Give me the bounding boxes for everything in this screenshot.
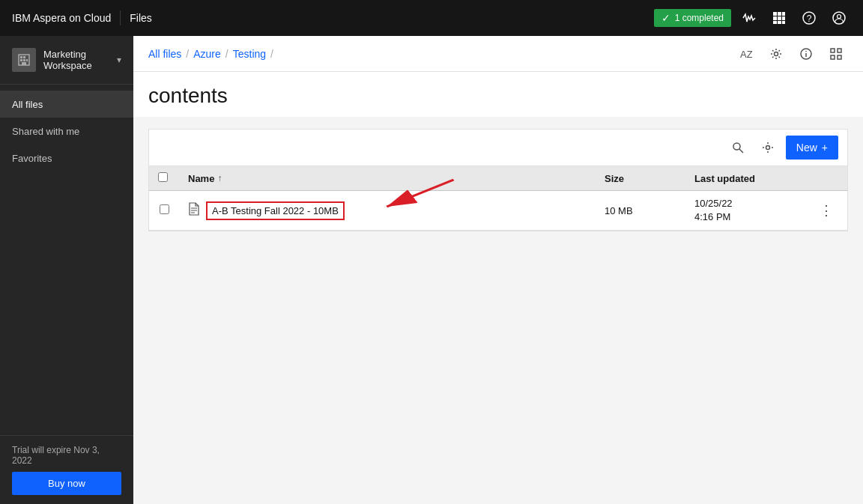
svg-text:?: ? <box>807 13 812 24</box>
svg-rect-6 <box>773 21 777 24</box>
breadcrumb-sep-2: / <box>225 48 228 60</box>
completed-label: 1 completed <box>675 13 724 23</box>
breadcrumb-all-files[interactable]: All files <box>148 48 181 60</box>
user-button[interactable] <box>827 6 851 30</box>
filter-button[interactable] <box>756 136 780 160</box>
waveform-icon <box>742 11 756 25</box>
workspace-icon <box>12 48 36 72</box>
breadcrumb-azure[interactable]: Azure <box>193 48 221 60</box>
svg-rect-8 <box>782 21 785 24</box>
topbar-section: Files <box>130 12 152 24</box>
topbar-left: IBM Aspera on Cloud Files <box>12 10 152 25</box>
table-body: A-B Testing Fall 2022 - 10MB 10 MB 10/25… <box>149 191 847 231</box>
name-column-header[interactable]: Name ↑ <box>179 166 596 191</box>
main-content: All files / Azure / Testing / AZ <box>133 36 863 504</box>
sidebar-item-all-files-label: All files <box>12 99 43 110</box>
new-button[interactable]: New + <box>786 136 838 160</box>
svg-point-21 <box>775 52 778 55</box>
view-toggle-btn[interactable] <box>824 42 848 66</box>
file-table: Name ↑ Size Last updated <box>149 166 847 231</box>
select-all-checkbox[interactable] <box>158 172 168 182</box>
sidebar-item-shared-with-me[interactable]: Shared with me <box>0 118 133 145</box>
sidebar-footer: Trial will expire Nov 3, 2022 Buy now <box>0 435 133 504</box>
help-icon: ? <box>802 11 816 25</box>
file-panel: New + <box>148 129 848 231</box>
breadcrumb-toolbar: AZ <box>734 42 848 66</box>
svg-rect-4 <box>778 16 781 20</box>
svg-rect-5 <box>782 16 785 20</box>
more-actions-button[interactable]: ⋮ <box>814 198 838 222</box>
building-icon <box>17 53 31 67</box>
sidebar-item-all-files[interactable]: All files <box>0 91 133 118</box>
apps-button[interactable] <box>767 6 791 30</box>
sort-icon-btn[interactable]: AZ <box>734 42 758 66</box>
search-button[interactable] <box>726 136 750 160</box>
breadcrumb-bar: All files / Azure / Testing / AZ <box>133 36 863 72</box>
view-icon <box>830 48 842 60</box>
svg-rect-7 <box>778 21 781 24</box>
row-size-cell: 10 MB <box>596 191 685 231</box>
app-brand: IBM Aspera on Cloud <box>12 12 111 24</box>
document-icon <box>188 202 200 216</box>
svg-text:AZ: AZ <box>740 49 752 60</box>
sidebar-item-shared-label: Shared with me <box>12 126 79 137</box>
svg-rect-16 <box>26 59 28 61</box>
svg-rect-26 <box>838 49 841 52</box>
svg-rect-18 <box>23 56 25 58</box>
settings-icon-btn[interactable] <box>764 42 788 66</box>
waveform-button[interactable] <box>737 6 761 30</box>
table-row: A-B Testing Fall 2022 - 10MB 10 MB 10/25… <box>149 191 847 231</box>
breadcrumb: All files / Azure / Testing / <box>148 48 273 60</box>
file-icon <box>188 202 200 219</box>
svg-point-29 <box>733 143 740 150</box>
svg-point-12 <box>838 15 841 19</box>
help-button[interactable]: ? <box>797 6 821 30</box>
svg-line-30 <box>739 149 743 153</box>
workspace-name: Marketing Workspace <box>43 49 109 71</box>
workspace-selector[interactable]: Marketing Workspace ▾ <box>0 36 133 85</box>
row-name-cell: A-B Testing Fall 2022 - 10MB <box>179 191 596 231</box>
row-checkbox[interactable] <box>160 204 169 214</box>
info-icon-btn[interactable] <box>794 42 818 66</box>
apps-icon <box>772 11 786 25</box>
svg-rect-17 <box>20 56 22 58</box>
sidebar: Marketing Workspace ▾ All files Shared w… <box>0 36 133 504</box>
content-area: New + <box>133 117 863 504</box>
user-icon <box>832 11 846 25</box>
settings-icon <box>770 48 782 60</box>
size-column-header[interactable]: Size <box>596 166 685 191</box>
completed-badge[interactable]: ✓ 1 completed <box>654 9 731 27</box>
row-checkbox-cell <box>149 191 179 231</box>
row-actions-cell: ⋮ <box>805 191 847 231</box>
file-name-highlighted[interactable]: A-B Testing Fall 2022 - 10MB <box>206 201 345 220</box>
sort-asc-icon: ↑ <box>217 173 222 183</box>
layout: Marketing Workspace ▾ All files Shared w… <box>0 36 863 504</box>
actions-column-header <box>805 166 847 191</box>
table-header: Name ↑ Size Last updated <box>149 166 847 191</box>
breadcrumb-sep-3: / <box>270 48 273 60</box>
time-line: 4:16 PM <box>694 210 796 224</box>
file-name-cell: A-B Testing Fall 2022 - 10MB <box>188 201 587 220</box>
select-all-header <box>149 166 179 191</box>
svg-rect-25 <box>831 49 835 52</box>
topbar-divider <box>120 10 121 25</box>
date-cell: 10/25/22 4:16 PM <box>694 197 796 224</box>
sort-icon: AZ <box>740 48 752 60</box>
svg-point-31 <box>766 146 769 150</box>
page-header: contents <box>133 72 863 117</box>
filter-icon <box>762 142 774 154</box>
file-toolbar: New + <box>149 130 847 166</box>
new-label: New <box>796 142 817 154</box>
table-wrapper: Name ↑ Size Last updated <box>149 166 847 231</box>
buy-now-button[interactable]: Buy now <box>12 472 121 495</box>
check-icon: ✓ <box>661 12 670 24</box>
svg-rect-14 <box>20 59 22 61</box>
workspace-chevron-icon: ▾ <box>117 55 121 65</box>
sidebar-item-favorites[interactable]: Favorites <box>0 145 133 171</box>
sidebar-item-favorites-label: Favorites <box>12 153 52 164</box>
last-updated-column-header[interactable]: Last updated <box>685 166 805 191</box>
search-icon <box>732 142 744 154</box>
svg-rect-2 <box>782 12 785 16</box>
breadcrumb-sep-1: / <box>186 48 189 60</box>
breadcrumb-testing[interactable]: Testing <box>233 48 266 60</box>
